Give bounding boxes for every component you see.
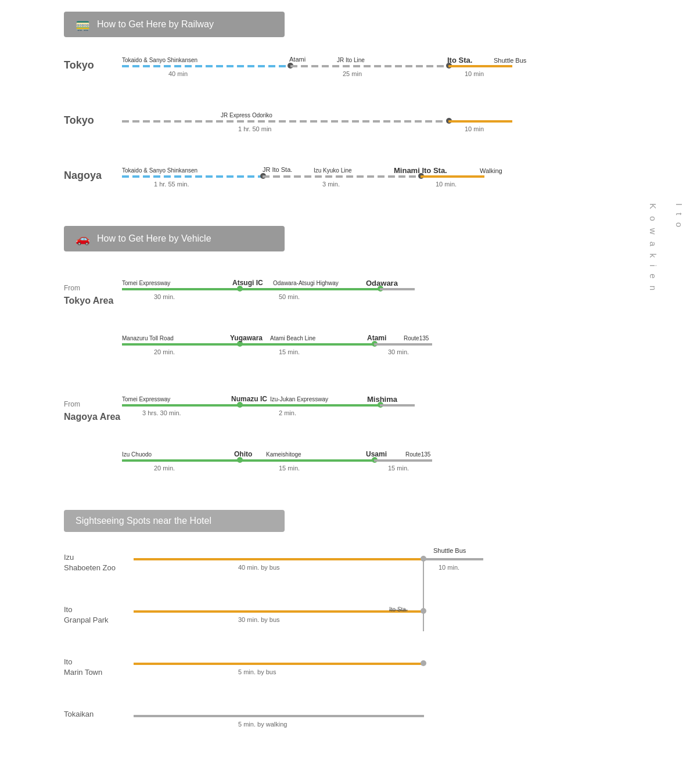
sightseeing-row-2: ItoGranpal Park 30 min. by bus Ito Sta. (64, 602, 610, 634)
vehicle-route-tokyo-2: Manazuru Toll Road 20 min. Yugawara Atam… (122, 333, 610, 371)
sight-line-orange-3 (134, 663, 424, 665)
odawara-label: Odawara (366, 279, 398, 287)
sight-label-4: Tokaikan (64, 706, 134, 720)
sight-route-1: 40 min. by bus Shuttle Bus 10 min. (134, 549, 610, 581)
izu-jukan-line (239, 404, 379, 407)
walking-label: Walking (480, 167, 502, 174)
tomei-name-2: Tomei Expressway (122, 396, 170, 402)
sightseeing-row-4: Tokaikan 5 min. by walking (64, 706, 610, 738)
route-diagram-1: Tokaido & Sanyo Shinkansen 40 min Atami … (122, 55, 610, 92)
sightseeing-row-3: ItoMarin Town 5 min. by bus (64, 654, 610, 686)
jr-express-line (122, 120, 446, 123)
shinkansen-time-nagoya: 1 hr. 55 min. (154, 181, 189, 188)
jr-ito-time: 25 min (343, 70, 362, 77)
vehicle-icon: 🚗 (76, 232, 90, 246)
atami-label-1: Atami (289, 56, 306, 63)
shuttle-time-2: 10 min (465, 125, 484, 132)
railway-title: How to Get Here by Railway (97, 19, 214, 30)
izu-kyuko-time: 3 min. (322, 181, 340, 188)
sight-time-4: 5 min. by walking (238, 721, 287, 728)
odawara-atsugi-line (239, 288, 379, 290)
tomei-name-1: Tomei Expressway (122, 280, 170, 286)
usami-label: Usami (366, 450, 387, 458)
sight-time-1: 40 min. by bus (238, 564, 280, 571)
route-diagram-2: JR Express Odoriko 1 hr. 50 min 10 min (122, 110, 610, 148)
origin-from-tokyo: From Tokyo Area (64, 278, 122, 308)
sightseeing-section-header: Sightseeing Spots near the Hotel (64, 510, 285, 532)
vehicle-section-header: 🚗 How to Get Here by Vehicle (64, 226, 285, 251)
jr-ito-sta-label: JR Ito Sta. (263, 166, 292, 173)
izu-chuodo-line (122, 459, 238, 462)
walking-line (421, 175, 484, 178)
railway-route-3: Nagoya Tokaido & Sanyo Shinkansen 1 hr. … (64, 165, 610, 203)
shinkansen-line (122, 65, 290, 67)
yugawara-label: Yugawara (230, 334, 263, 342)
route135-line-2 (374, 459, 432, 462)
izu-jukan-time: 2 min. (279, 409, 296, 416)
sight-time-2: 30 min. by bus (238, 616, 280, 623)
shuttle-label-1: Shuttle Bus (494, 57, 526, 64)
kameishitoge-time: 15 min. (279, 465, 300, 472)
railway-icon: 🚃 (76, 17, 90, 31)
sight-line-orange-1 (134, 558, 424, 560)
vehicle-route-nagoya-1: From Nagoya Area Tomei Expressway 3 hrs.… (64, 394, 610, 431)
vehicle-diagram-nagoya-2: Izu Chuodo 20 min. Ohito Kameishitoge 15… (122, 449, 610, 487)
ohito-label: Ohito (234, 450, 252, 458)
vehicle-title: How to Get Here by Vehicle (97, 233, 211, 244)
walking-time: 10 min. (436, 181, 457, 188)
route135-time-2: 15 min. (388, 465, 409, 472)
vehicle-routes-nagoya: From Nagoya Area Tomei Expressway 3 hrs.… (64, 394, 610, 487)
sight-route-2: 30 min. by bus Ito Sta. (134, 602, 610, 634)
origin-tokyo-2: Tokyo (64, 110, 122, 127)
odawara-atsugi-name: Odawara-Atsugi Highway (273, 280, 339, 286)
vehicle-diagram-tokyo-1: Tomei Expressway 30 min. Atsugi IC Odawa… (122, 278, 610, 315)
ito-sta-vertical-line (423, 556, 424, 631)
railway-routes: Tokyo Tokaido & Sanyo Shinkansen 40 min … (64, 55, 610, 203)
atami-beach-name: Atami Beach Line (270, 335, 315, 341)
manazuru-line (122, 343, 238, 346)
sightseeing-title: Sightseeing Spots near the Hotel (76, 516, 211, 526)
tomei-line-2 (122, 404, 238, 407)
railway-route-1: Tokyo Tokaido & Sanyo Shinkansen 40 min … (64, 55, 610, 92)
railway-section-header: 🚃 How to Get Here by Railway (64, 12, 285, 37)
izu-kyuko-name: Izu Kyuko Line (314, 167, 352, 174)
kameishitoge-line (239, 459, 373, 462)
shinkansen-time: 40 min (168, 70, 188, 77)
tomei-time-1: 30 min. (154, 293, 175, 300)
sight-label-2: ItoGranpal Park (64, 602, 134, 625)
sight-label-3: ItoMarin Town (64, 654, 134, 678)
vehicle-diagram-nagoya-1: Tomei Expressway 3 hrs. 30 min. Numazu I… (122, 394, 610, 431)
railway-route-2: Tokyo JR Express Odoriko 1 hr. 50 min 10… (64, 110, 610, 148)
sidebar-text: I t oK o w a k i e n (646, 203, 686, 293)
izu-chuodo-time: 20 min. (154, 465, 175, 472)
izu-chuodo-name: Izu Chuodo (122, 451, 152, 458)
origin-tokyo-1: Tokyo (64, 55, 122, 71)
kameishitoge-name: Kameishitoge (266, 451, 301, 458)
tomei-line-1 (122, 288, 238, 290)
atami-beach-line (239, 343, 373, 346)
shuttle-time-1: 10 min (465, 70, 484, 77)
tomei-time-2: 3 hrs. 30 min. (142, 409, 181, 416)
ito-sta-label-sight: Ito Sta. (389, 606, 408, 613)
sightseeing-shuttle-label: Shuttle Bus (433, 547, 466, 554)
numazu-label: Numazu IC (231, 395, 267, 403)
sight-route-4: 5 min. by walking (134, 706, 610, 738)
izu-kyuko-line (263, 175, 419, 178)
atsugi-label: Atsugi IC (232, 279, 263, 287)
jr-express-time: 1 hr. 50 min (238, 125, 271, 132)
izu-jukan-name: Izu-Jukan Expressway (270, 396, 328, 402)
shinkansen-line-nagoya (122, 175, 261, 178)
after-mishima-line (380, 404, 415, 407)
sight-label-1: IzuShaboeten Zoo (64, 549, 134, 573)
shinkansen-name-nagoya: Tokaido & Sanyo Shinkansen (122, 167, 197, 174)
shuttle-sight-line (425, 558, 483, 560)
atami-label-vehicle: Atami (367, 334, 386, 342)
vehicle-route-tokyo-1: From Tokyo Area Tomei Expressway 30 min.… (64, 278, 610, 315)
jr-ito-line (290, 65, 447, 67)
jr-ito-line-name: JR Ito Line (337, 57, 365, 63)
vehicle-routes-tokyo: From Tokyo Area Tomei Expressway 30 min.… (64, 278, 610, 371)
route135-label-1: Route135 (404, 335, 429, 341)
shuttle-line-2 (448, 120, 512, 123)
atami-beach-time: 15 min. (279, 348, 300, 355)
ito-sta-label-1: Ito Sta. (447, 56, 472, 64)
